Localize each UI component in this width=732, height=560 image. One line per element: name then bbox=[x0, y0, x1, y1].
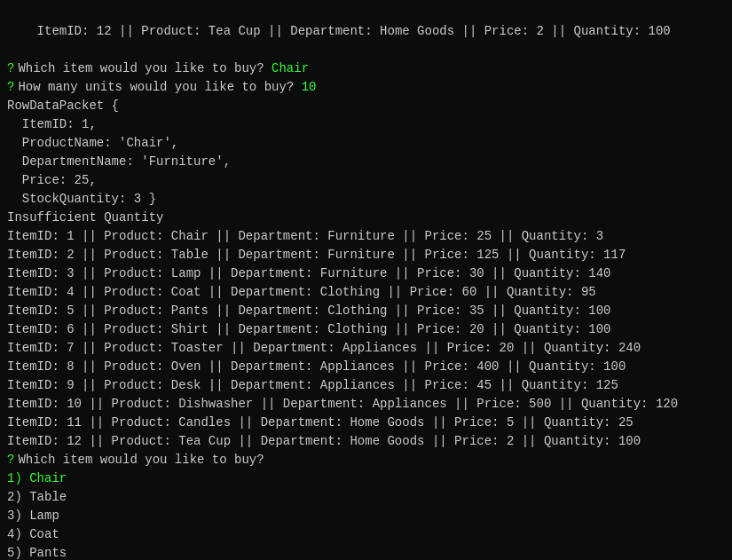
row-price: Price: 25, bbox=[7, 171, 725, 190]
choice-3: 3) Lamp bbox=[7, 507, 725, 525]
choice-5: 5) Pants bbox=[7, 544, 725, 560]
row-department-name: DepartmentName: 'Furniture', bbox=[7, 153, 725, 171]
item-3: ItemID: 3 || Product: Lamp || Department… bbox=[7, 264, 725, 283]
question-mark-1: ? bbox=[7, 59, 14, 78]
item-2: ItemID: 2 || Product: Table || Departmen… bbox=[7, 246, 725, 264]
prompt-which-item-1: ? Which item would you like to buy? Chai… bbox=[7, 59, 725, 78]
item-4: ItemID: 4 || Product: Coat || Department… bbox=[7, 283, 725, 302]
terminal-window: ItemID: 12 || Product: Tea Cup || Depart… bbox=[0, 0, 732, 560]
item-12: ItemID: 12 || Product: Tea Cup || Depart… bbox=[7, 432, 725, 451]
which-item-question-2: Which item would you like to buy? bbox=[18, 451, 264, 469]
which-item-answer-1: Chair bbox=[272, 59, 309, 78]
question-mark-3: ? bbox=[7, 451, 14, 469]
item-11: ItemID: 11 || Product: Candles || Depart… bbox=[7, 414, 725, 432]
row-item-id: ItemID: 1, bbox=[7, 115, 725, 134]
item-10: ItemID: 10 || Product: Dishwasher || Dep… bbox=[7, 395, 725, 414]
how-many-question: How many units would you like to buy? bbox=[18, 78, 301, 97]
how-many-answer: 10 bbox=[302, 78, 317, 97]
item-9: ItemID: 9 || Product: Desk || Department… bbox=[7, 376, 725, 395]
prompt-which-item-2: ? Which item would you like to buy? bbox=[7, 451, 725, 469]
question-mark-2: ? bbox=[7, 78, 14, 97]
row-data-packet-open: RowDataPacket { bbox=[7, 97, 725, 115]
choice-4: 4) Coat bbox=[7, 525, 725, 544]
item-1: ItemID: 1 || Product: Chair || Departmen… bbox=[7, 227, 725, 246]
row-stock-quantity: StockQuantity: 3 } bbox=[7, 190, 725, 209]
item-8: ItemID: 8 || Product: Oven || Department… bbox=[7, 358, 725, 376]
which-item-question-1: Which item would you like to buy? bbox=[18, 59, 272, 78]
item-5: ItemID: 5 || Product: Pants || Departmen… bbox=[7, 302, 725, 320]
item12-top-text: ItemID: 12 || Product: Tea Cup || Depart… bbox=[37, 24, 671, 38]
choice-2: 2) Table bbox=[7, 488, 725, 507]
item-6: ItemID: 6 || Product: Shirt || Departmen… bbox=[7, 320, 725, 339]
insufficient-quantity: Insufficient Quantity bbox=[7, 209, 725, 227]
item-7: ItemID: 7 || Product: Toaster || Departm… bbox=[7, 339, 725, 358]
row-product-name: ProductName: 'Chair', bbox=[7, 134, 725, 153]
prompt-how-many: ? How many units would you like to buy? … bbox=[7, 78, 725, 97]
line-item12-top: ItemID: 12 || Product: Tea Cup || Depart… bbox=[7, 4, 725, 59]
choice-1: 1) Chair bbox=[7, 469, 725, 488]
